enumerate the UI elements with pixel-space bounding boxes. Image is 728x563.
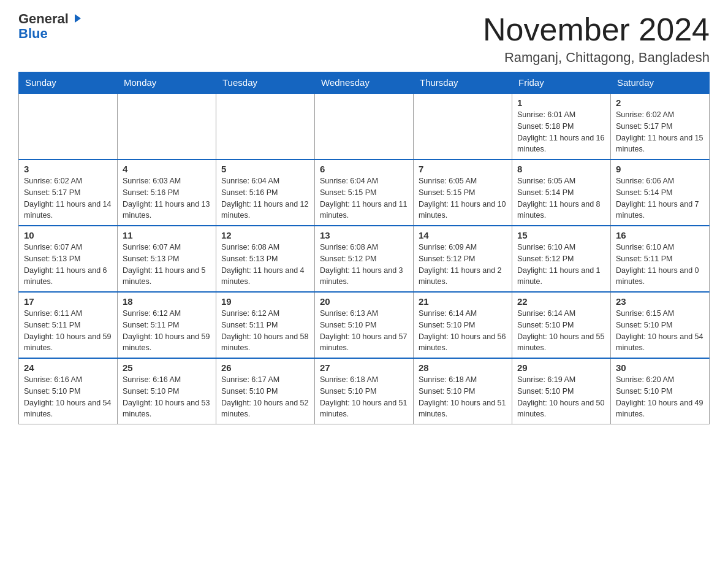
day-info: Sunrise: 6:11 AMSunset: 5:11 PMDaylight:…	[24, 308, 112, 354]
sunrise-text: Sunrise: 6:16 AM	[24, 375, 82, 384]
day-info: Sunrise: 6:15 AMSunset: 5:10 PMDaylight:…	[616, 308, 704, 354]
logo: General Blue	[18, 12, 83, 42]
sunrise-text: Sunrise: 6:02 AM	[616, 110, 674, 119]
day-number: 30	[616, 362, 704, 373]
sunrise-text: Sunrise: 6:10 AM	[616, 243, 674, 251]
sunset-text: Sunset: 5:14 PM	[616, 188, 672, 197]
calendar-cell: 22Sunrise: 6:14 AMSunset: 5:10 PMDayligh…	[512, 292, 611, 358]
logo-blue: Blue	[18, 26, 48, 42]
calendar-cell	[118, 93, 216, 159]
sunset-text: Sunset: 5:17 PM	[24, 188, 80, 197]
header-section: General Blue November 2024 Ramganj, Chit…	[18, 12, 710, 66]
sunset-text: Sunset: 5:10 PM	[517, 387, 574, 396]
calendar-cell: 13Sunrise: 6:08 AMSunset: 5:12 PMDayligh…	[315, 226, 414, 292]
daylight-text: Daylight: 10 hours and 59 minutes.	[24, 332, 111, 353]
calendar-week-row: 17Sunrise: 6:11 AMSunset: 5:11 PMDayligh…	[19, 292, 710, 358]
sunset-text: Sunset: 5:13 PM	[24, 255, 80, 263]
sunset-text: Sunset: 5:15 PM	[419, 188, 475, 197]
calendar-cell: 17Sunrise: 6:11 AMSunset: 5:11 PMDayligh…	[19, 292, 118, 358]
calendar-cell: 30Sunrise: 6:20 AMSunset: 5:10 PMDayligh…	[611, 358, 710, 424]
daylight-text: Daylight: 11 hours and 11 minutes.	[320, 200, 407, 220]
sunset-text: Sunset: 5:12 PM	[320, 255, 376, 263]
day-number: 4	[123, 164, 211, 174]
daylight-text: Daylight: 11 hours and 6 minutes.	[24, 266, 107, 286]
sunrise-text: Sunrise: 6:14 AM	[419, 309, 477, 318]
daylight-text: Daylight: 11 hours and 15 minutes.	[616, 134, 703, 154]
day-number: 1	[517, 98, 605, 108]
calendar-header-thursday: Thursday	[414, 72, 512, 94]
day-info: Sunrise: 6:12 AMSunset: 5:11 PMDaylight:…	[221, 308, 309, 354]
sunrise-text: Sunrise: 6:08 AM	[320, 243, 378, 251]
day-info: Sunrise: 6:16 AMSunset: 5:10 PMDaylight:…	[123, 374, 211, 420]
calendar-cell: 9Sunrise: 6:06 AMSunset: 5:14 PMDaylight…	[611, 159, 710, 226]
day-info: Sunrise: 6:16 AMSunset: 5:10 PMDaylight:…	[24, 374, 112, 420]
calendar-cell: 4Sunrise: 6:03 AMSunset: 5:16 PMDaylight…	[118, 159, 216, 226]
sunrise-text: Sunrise: 6:18 AM	[320, 375, 378, 384]
sunrise-text: Sunrise: 6:04 AM	[320, 177, 378, 185]
daylight-text: Daylight: 10 hours and 57 minutes.	[320, 332, 407, 353]
sunrise-text: Sunrise: 6:18 AM	[419, 375, 477, 384]
daylight-text: Daylight: 10 hours and 50 minutes.	[517, 399, 604, 419]
sunrise-text: Sunrise: 6:15 AM	[616, 309, 674, 318]
sunrise-text: Sunrise: 6:09 AM	[419, 243, 477, 251]
day-number: 25	[123, 362, 211, 373]
daylight-text: Daylight: 11 hours and 3 minutes.	[320, 266, 403, 286]
daylight-text: Daylight: 10 hours and 52 minutes.	[221, 399, 308, 419]
daylight-text: Daylight: 11 hours and 2 minutes.	[419, 266, 502, 286]
calendar-week-row: 1Sunrise: 6:01 AMSunset: 5:18 PMDaylight…	[19, 93, 710, 159]
calendar-cell: 25Sunrise: 6:16 AMSunset: 5:10 PMDayligh…	[118, 358, 216, 424]
daylight-text: Daylight: 10 hours and 59 minutes.	[123, 332, 210, 353]
calendar-cell: 20Sunrise: 6:13 AMSunset: 5:10 PMDayligh…	[315, 292, 414, 358]
day-info: Sunrise: 6:08 AMSunset: 5:12 PMDaylight:…	[320, 242, 408, 288]
calendar-cell: 5Sunrise: 6:04 AMSunset: 5:16 PMDaylight…	[216, 159, 315, 226]
sunrise-text: Sunrise: 6:14 AM	[517, 309, 575, 318]
day-info: Sunrise: 6:06 AMSunset: 5:14 PMDaylight:…	[616, 175, 704, 221]
day-info: Sunrise: 6:05 AMSunset: 5:14 PMDaylight:…	[517, 175, 605, 221]
calendar-cell: 1Sunrise: 6:01 AMSunset: 5:18 PMDaylight…	[512, 93, 611, 159]
day-number: 14	[419, 230, 507, 240]
sunset-text: Sunset: 5:12 PM	[419, 255, 475, 263]
daylight-text: Daylight: 10 hours and 49 minutes.	[616, 399, 703, 419]
sunset-text: Sunset: 5:10 PM	[517, 321, 574, 329]
day-info: Sunrise: 6:07 AMSunset: 5:13 PMDaylight:…	[123, 242, 211, 288]
daylight-text: Daylight: 11 hours and 1 minute.	[517, 266, 601, 286]
day-number: 9	[616, 164, 704, 174]
calendar-cell: 28Sunrise: 6:18 AMSunset: 5:10 PMDayligh…	[414, 358, 512, 424]
calendar-header-saturday: Saturday	[611, 72, 710, 94]
calendar-cell	[414, 93, 512, 159]
calendar-cell: 18Sunrise: 6:12 AMSunset: 5:11 PMDayligh…	[118, 292, 216, 358]
day-number: 28	[419, 362, 507, 373]
daylight-text: Daylight: 11 hours and 16 minutes.	[517, 134, 604, 154]
title-section: November 2024 Ramganj, Chittagong, Bangl…	[483, 12, 710, 66]
daylight-text: Daylight: 11 hours and 10 minutes.	[419, 200, 506, 220]
day-info: Sunrise: 6:17 AMSunset: 5:10 PMDaylight:…	[221, 374, 309, 420]
day-number: 2	[616, 98, 704, 108]
sunset-text: Sunset: 5:11 PM	[616, 255, 672, 263]
day-info: Sunrise: 6:03 AMSunset: 5:16 PMDaylight:…	[123, 175, 211, 221]
sunrise-text: Sunrise: 6:12 AM	[123, 309, 181, 318]
day-info: Sunrise: 6:07 AMSunset: 5:13 PMDaylight:…	[24, 242, 112, 288]
day-number: 15	[517, 230, 605, 240]
calendar-cell: 12Sunrise: 6:08 AMSunset: 5:13 PMDayligh…	[216, 226, 315, 292]
calendar-cell: 24Sunrise: 6:16 AMSunset: 5:10 PMDayligh…	[19, 358, 118, 424]
daylight-text: Daylight: 11 hours and 12 minutes.	[221, 200, 308, 220]
calendar-week-row: 24Sunrise: 6:16 AMSunset: 5:10 PMDayligh…	[19, 358, 710, 424]
calendar-header-monday: Monday	[118, 72, 216, 94]
sunrise-text: Sunrise: 6:20 AM	[616, 375, 674, 384]
daylight-text: Daylight: 11 hours and 8 minutes.	[517, 200, 601, 220]
daylight-text: Daylight: 11 hours and 5 minutes.	[123, 266, 206, 286]
calendar-cell: 19Sunrise: 6:12 AMSunset: 5:11 PMDayligh…	[216, 292, 315, 358]
daylight-text: Daylight: 10 hours and 56 minutes.	[419, 332, 506, 353]
day-number: 16	[616, 230, 704, 240]
sunrise-text: Sunrise: 6:11 AM	[24, 309, 82, 318]
sunrise-text: Sunrise: 6:19 AM	[517, 375, 575, 384]
svg-marker-0	[75, 14, 81, 23]
sunset-text: Sunset: 5:10 PM	[616, 387, 672, 396]
day-number: 24	[24, 362, 112, 373]
day-number: 29	[517, 362, 605, 373]
sunset-text: Sunset: 5:10 PM	[320, 387, 376, 396]
sunrise-text: Sunrise: 6:02 AM	[24, 177, 82, 185]
sunrise-text: Sunrise: 6:13 AM	[320, 309, 378, 318]
daylight-text: Daylight: 10 hours and 51 minutes.	[419, 399, 506, 419]
calendar-cell	[19, 93, 118, 159]
